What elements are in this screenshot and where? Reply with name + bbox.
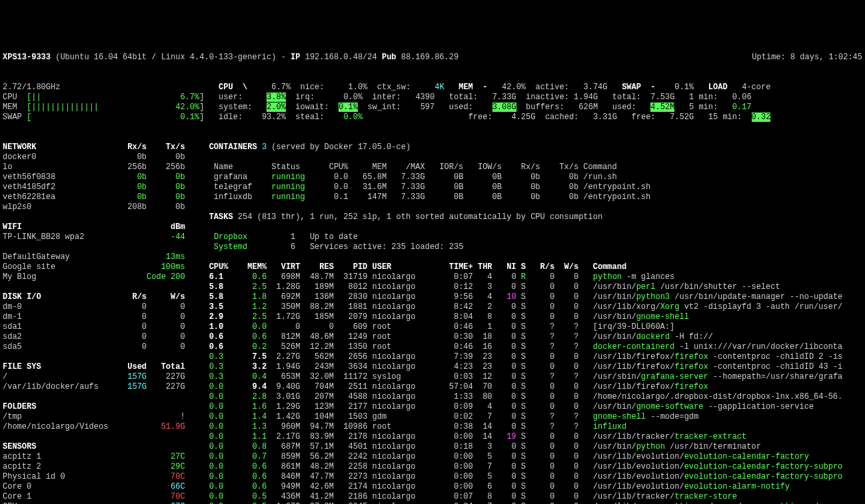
mem-total-label: total:	[449, 93, 478, 102]
cpu-bar-pct: 6.7%	[180, 93, 199, 102]
ip-label: IP	[291, 53, 300, 62]
mem-pct: 42.0%	[502, 83, 526, 92]
cpu-bar-label: CPU	[3, 93, 17, 102]
user-label: user:	[219, 93, 243, 102]
mem-bar: [||||||||||||||	[27, 103, 99, 112]
mem-bar-pct: 42.0%	[175, 103, 199, 112]
idle-label: idle:	[219, 113, 243, 122]
load-cores: 4-core	[742, 83, 770, 92]
pub-value: 88.169.86.29	[401, 53, 458, 62]
terminal-output: XPS13-9333 (Ubuntu 16.04 64bit / Linux 4…	[3, 43, 862, 504]
ctx-label: ctx_sw:	[377, 83, 411, 92]
active-label: active:	[535, 83, 568, 92]
irq-val: 0.0%	[343, 93, 363, 102]
inactive-val: 1.94G	[574, 93, 598, 102]
mem-total-val: 7.33G	[492, 93, 516, 102]
header-line: XPS13-9333 (Ubuntu 16.04 64bit / Linux 4…	[3, 53, 862, 63]
buffers-val: 626M	[578, 103, 598, 112]
mem-used-val: 3.08G	[492, 103, 516, 112]
load1-label: 1 min:	[689, 93, 718, 102]
load-title: LOAD	[708, 83, 728, 92]
idle-val: 93.2%	[262, 113, 286, 122]
inter-label: inter:	[373, 93, 401, 102]
uptime: Uptime: 8 days, 1:02:45	[752, 53, 862, 63]
os-info: (Ubuntu 16.04 64bit / Linux 4.4.0-133-ge…	[55, 53, 276, 62]
steal-label: steal:	[295, 113, 324, 122]
swap-title: SWAP -	[622, 83, 655, 92]
load5-label: 5 min:	[689, 103, 718, 112]
buffers-label: buffers:	[526, 103, 564, 112]
mem-title: MEM -	[458, 83, 487, 92]
swap-total-label: total:	[612, 93, 641, 102]
inactive-label: inactive:	[526, 93, 569, 102]
swint-label: sw_int:	[367, 103, 401, 112]
ctx-val: 4K	[434, 83, 444, 92]
cpu-bar: [||	[27, 93, 41, 102]
mem-used-label: used:	[449, 103, 473, 112]
swap-used-val: 4.52M	[650, 103, 674, 112]
load1-val: 0.06	[732, 93, 752, 102]
nice-val: 1.0%	[349, 83, 368, 92]
load15-val: 0.32	[752, 113, 771, 122]
system-val: 2.0%	[267, 103, 286, 112]
pub-label: Pub	[382, 53, 397, 62]
nice-label: nice:	[301, 83, 325, 92]
mem-free-val: 4.25G	[511, 113, 535, 122]
cached-val: 3.31G	[593, 113, 617, 122]
swap-pct: 0.1%	[674, 83, 694, 92]
cached-label: cached:	[545, 113, 578, 122]
swap-used-label: used:	[612, 103, 636, 112]
swap-total-val: 7.53G	[650, 93, 674, 102]
swap-bar: [	[27, 113, 31, 122]
cpu-pct: 6.7%	[271, 83, 291, 92]
swap-bar-label: SWAP	[3, 113, 22, 122]
stats-block: 2.72/1.80GHz CPU \ 6.7% nice: 1.0% ctx_s…	[3, 73, 862, 123]
ip-value: 192.168.0.48/24	[305, 53, 377, 62]
inter-val: 4390	[415, 93, 434, 102]
swap-bar-pct: 0.1%	[180, 113, 199, 122]
swap-free-label: free:	[632, 113, 656, 122]
main-body: NETWORK Rx/s Tx/s CONTAINERS 3 (served b…	[3, 132, 862, 504]
iowait-val: 0.1%	[339, 103, 358, 112]
swap-free-val: 7.52G	[670, 113, 694, 122]
active-val: 3.74G	[584, 83, 608, 92]
mem-bar-label: MEM	[3, 103, 17, 112]
user-val: 3.8%	[267, 93, 286, 102]
mem-free-label: free:	[468, 113, 492, 122]
iowait-label: iowait:	[295, 103, 329, 112]
cpu-freq: 2.72/1.80GHz	[3, 83, 60, 92]
load5-val: 0.17	[732, 103, 752, 112]
load15-label: 15 min:	[708, 113, 742, 122]
swint-val: 597	[421, 103, 435, 112]
irq-label: irq:	[295, 93, 315, 102]
steal-val: 0.0%	[343, 113, 363, 122]
cpu-title: CPU \	[219, 83, 247, 92]
hostname: XPS13-9333	[3, 53, 51, 62]
system-label: system:	[219, 103, 252, 112]
